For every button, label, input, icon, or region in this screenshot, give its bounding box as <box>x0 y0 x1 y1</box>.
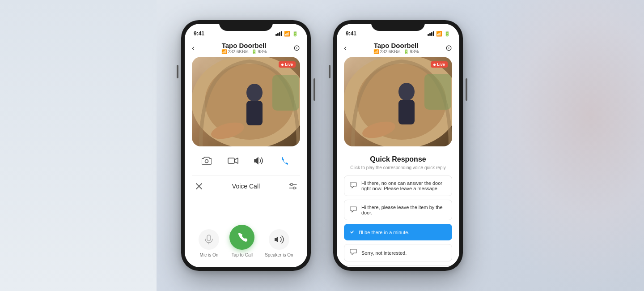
signal-bar-1 <box>428 34 429 36</box>
phone2-qr-subtitle: Click to play the corresponding voice qu… <box>337 165 459 170</box>
phone1-subtitle: 📶 232.6KB/s 🔋 98% <box>221 49 267 54</box>
phone1-live-dot <box>281 64 284 66</box>
phone1-phone-icon <box>277 153 293 169</box>
svg-point-19 <box>398 83 415 101</box>
phone1-call-icon <box>229 225 254 250</box>
svg-marker-25 <box>350 207 356 212</box>
phone1-close-button[interactable] <box>194 181 204 192</box>
phone1-controls-bar <box>185 146 307 175</box>
phone1-voice-settings-button[interactable] <box>288 181 298 192</box>
svg-rect-22 <box>424 74 451 110</box>
qr-item-3[interactable]: I'll be there in a minute. <box>344 224 452 240</box>
phone1-call-buttons: Mic is On Tap to Call <box>194 225 298 262</box>
phone2-time: 9:41 <box>346 30 356 37</box>
signal-bar-2 <box>429 33 431 36</box>
phone1-inner: 9:41 📶 🔋 ‹ Tapo Doorbell <box>185 24 307 267</box>
phone1-tap-label: Tap to Call <box>232 252 253 257</box>
phone2-quick-response-panel: Quick Response Click to play the corresp… <box>337 146 459 267</box>
qr-item-1[interactable]: Hi there, no one can answer the door rig… <box>344 175 452 196</box>
signal-bar-4 <box>433 31 434 36</box>
phone1-notch <box>219 20 273 31</box>
phone1-voice-call-panel: Voice Call <box>185 175 307 267</box>
qr-item-2[interactable]: Hi there, please leave the item by the d… <box>344 200 452 220</box>
phone1-speaker-button[interactable] <box>251 153 267 169</box>
svg-rect-20 <box>398 100 415 124</box>
phone2-qr-items: Hi there, no one can answer the door rig… <box>337 175 459 267</box>
phone1-fisheye <box>192 57 300 146</box>
phone1-camera-feed: Live <box>192 57 300 146</box>
phone2-app-header: ‹ Tapo Doorbell 📶 232.6KB/s 🔋 93% ⊙ <box>337 40 459 57</box>
phone1-video-icon <box>225 153 241 169</box>
svg-point-3 <box>246 84 263 102</box>
svg-marker-27 <box>350 249 356 255</box>
svg-rect-8 <box>228 158 234 163</box>
qr-item-4-text: Sorry, not interested. <box>361 250 407 256</box>
phone2-back-button[interactable]: ‹ <box>344 43 347 53</box>
phone2-status-icons: 📶 🔋 <box>428 31 450 37</box>
phone2-live-badge: Live <box>431 61 448 68</box>
phone1-status-icons: 📶 🔋 <box>275 31 298 37</box>
signal-bar-3 <box>279 32 280 36</box>
svg-rect-15 <box>207 235 211 241</box>
signal-bar-2 <box>277 33 279 36</box>
signal-bar-4 <box>281 31 282 36</box>
phone2-wifi-icon: 📶 <box>436 31 442 37</box>
phone2-live-dot <box>433 64 436 66</box>
phone2-signal <box>428 31 434 36</box>
svg-rect-4 <box>246 101 263 125</box>
svg-marker-23 <box>350 183 356 188</box>
phone2-qr-title: Quick Response <box>337 155 459 163</box>
phone1-mic-label: Mic is On <box>200 252 219 257</box>
qr-item-4-icon <box>350 249 357 257</box>
phone1-battery-pct: 🔋 98% <box>251 49 267 54</box>
phone1-back-button[interactable]: ‹ <box>192 43 195 53</box>
phone1-speaker-out-button[interactable]: Speaker is On <box>265 229 293 257</box>
phone1-video-button[interactable] <box>225 153 241 169</box>
qr-item-2-text: Hi there, please leave the item by the d… <box>361 205 446 215</box>
phone1-phone-button[interactable] <box>277 153 293 169</box>
phone1-tap-to-call-button[interactable]: Tap to Call <box>229 225 254 257</box>
qr-item-4[interactable]: Sorry, not interested. <box>344 244 452 261</box>
phone2-settings-button[interactable]: ⊙ <box>445 43 452 53</box>
phone1-mic-button[interactable]: Mic is On <box>199 229 219 257</box>
phone1-signal <box>275 31 282 36</box>
svg-point-14 <box>293 187 296 189</box>
qr-item-5[interactable]: Can I help you? <box>344 265 452 267</box>
phone1-camera-svg <box>192 57 300 146</box>
phones-container: 9:41 📶 🔋 ‹ Tapo Doorbell <box>181 20 463 271</box>
qr-item-1-text: Hi there, no one can answer the door rig… <box>361 180 446 191</box>
qr-item-1-icon <box>350 182 357 190</box>
phone1-title: Tapo Doorbell <box>221 42 267 49</box>
qr-item-3-icon <box>350 229 354 235</box>
svg-point-7 <box>205 160 208 163</box>
phone-2: 9:41 📶 🔋 ‹ Tapo Doorbell <box>333 20 463 271</box>
phone1-header-center: Tapo Doorbell 📶 232.6KB/s 🔋 98% <box>221 42 267 54</box>
background-right <box>465 0 644 291</box>
phone1-time: 9:41 <box>194 30 204 37</box>
phone2-title: Tapo Doorbell <box>373 42 419 49</box>
phone2-header-center: Tapo Doorbell 📶 232.6KB/s 🔋 93% <box>373 42 419 54</box>
phone2-battery-pct: 🔋 93% <box>403 49 419 54</box>
phone1-camera-button[interactable] <box>199 153 215 169</box>
signal-bar-1 <box>275 34 277 36</box>
phone2-fisheye <box>344 57 452 146</box>
phone2-wifi-speed: 📶 232.6KB/s <box>373 49 401 54</box>
phone2-inner: 9:41 📶 🔋 ‹ Tapo Doorbell <box>337 24 459 267</box>
phone1-camera-icon <box>199 153 215 169</box>
qr-item-2-icon <box>350 206 357 214</box>
phone1-battery-icon: 🔋 <box>292 31 298 37</box>
signal-bar-3 <box>431 32 432 36</box>
svg-rect-6 <box>272 75 299 111</box>
phone1-voice-call-title: Voice Call <box>204 183 288 190</box>
phone1-wifi-speed: 📶 232.6KB/s <box>221 49 249 54</box>
phone1-live-badge: Live <box>279 61 296 68</box>
phone1-settings-button[interactable]: ⊙ <box>293 43 300 53</box>
phone2-camera-svg <box>344 57 452 146</box>
phone2-subtitle: 📶 232.6KB/s 🔋 93% <box>373 49 419 54</box>
phone1-app-header: ‹ Tapo Doorbell 📶 232.6KB/s 🔋 98% ⊙ <box>185 40 307 57</box>
phone1-speaker-label: Speaker is On <box>265 252 293 257</box>
svg-point-13 <box>291 184 293 186</box>
phone2-camera-feed: Live <box>344 57 452 146</box>
phone1-voice-call-header: Voice Call <box>194 181 298 192</box>
phone2-notch <box>371 20 425 31</box>
